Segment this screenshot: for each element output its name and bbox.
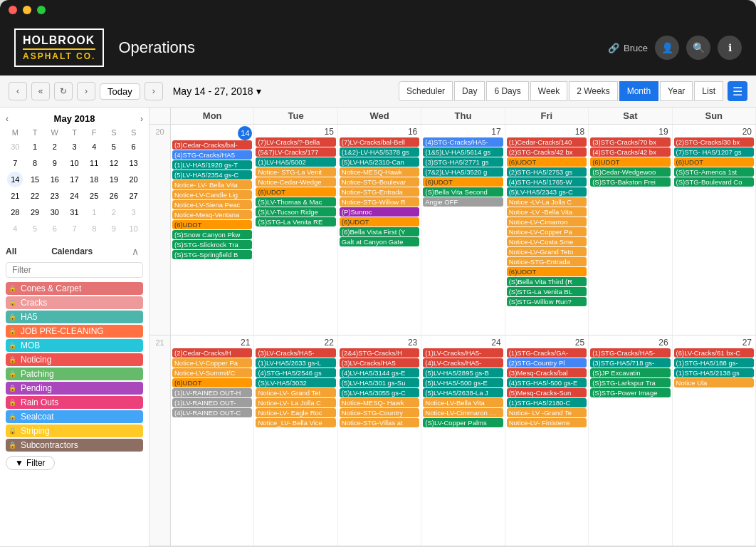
calendar-event[interactable]: (1)LV-RAINED OUT-H <box>172 388 252 397</box>
calendar-event[interactable]: (1)STG-HA5/2138 gs <box>674 368 754 377</box>
calendar-event[interactable]: (3)Cedar-Cracks/bal- <box>172 140 252 150</box>
calendar-event[interactable]: Notice-Cedar-Wedge <box>256 177 335 187</box>
mini-cal-day[interactable]: 18 <box>86 172 102 187</box>
mini-cal-day[interactable]: 15 <box>27 172 43 187</box>
calendar-event[interactable]: (2)Cedar-Cracks/H <box>172 348 252 358</box>
calendar-day-cell[interactable]: 18(1)Cedar-Cracks/140(2)STG-Cracks/42 bx… <box>505 125 589 335</box>
calendar-event[interactable]: (S)STG-Bakston Frei <box>590 177 670 187</box>
mini-cal-day[interactable]: 27 <box>126 188 142 204</box>
calendar-item-ha5[interactable]: 🔒HA5 <box>6 311 143 323</box>
mini-cal-day[interactable]: 30 <box>7 139 23 155</box>
calendar-event[interactable]: (1&2)-LV-HA5/5378 gs <box>340 147 419 157</box>
calendar-event[interactable]: Notice-STG-Entrada <box>507 257 587 266</box>
calendar-event[interactable]: (S)STG-Power Image <box>590 388 670 397</box>
calendar-event[interactable]: Notice-LV-Summit/C <box>172 368 252 377</box>
calendar-day-cell[interactable]: 16(7)LV-Cracks/bal-Bell(1&2)-LV-HA5/5378… <box>338 125 421 335</box>
calendar-event[interactable]: (3)Mesq-Cracks/bal <box>507 368 587 377</box>
mini-cal-day[interactable]: 14 <box>7 172 23 187</box>
calendar-event[interactable]: (2)STG-Cracks/30 bx <box>674 137 754 147</box>
calendar-event[interactable]: (5&7)LV-Cracks/177 <box>256 147 335 157</box>
mini-cal-day[interactable]: 2 <box>106 204 122 220</box>
mini-cal-day[interactable]: 9 <box>106 221 122 236</box>
calendar-event[interactable]: (2)STG-HA5/2753 gs <box>507 167 587 177</box>
calendar-event[interactable]: (7)LV-Cracks/bal-Bell <box>340 137 419 147</box>
mini-cal-day[interactable]: 6 <box>126 139 142 155</box>
calendar-day-cell[interactable]: 26(1)STG-Cracks/HA5-(3)STG-HA5/718 gs-(S… <box>589 335 672 546</box>
filter-btn[interactable]: ▼ Filter <box>6 456 55 470</box>
calendar-event[interactable]: (5)LV-HA5/301 gs-Su <box>340 378 419 387</box>
calendar-event[interactable]: (4)LV-RAINED OUT-C <box>172 408 252 417</box>
mini-cal-day[interactable]: 17 <box>66 172 82 187</box>
calendar-event[interactable]: (5)LV-HA5/2638-La J <box>423 388 503 397</box>
calendar-item-patching[interactable]: 🔒Patching <box>6 368 143 380</box>
mini-cal-day[interactable]: 16 <box>47 172 63 187</box>
calendar-event[interactable]: (4)STG-Cracks/42 bx <box>590 147 670 157</box>
calendar-event[interactable]: Notice-LV- Grand Tet <box>256 388 335 397</box>
calendar-event[interactable]: (1)STG-Cracks/HA5- <box>590 348 670 358</box>
mini-cal-day[interactable]: 22 <box>27 188 43 204</box>
mini-cal-day[interactable]: 30 <box>47 204 63 220</box>
calendar-event[interactable]: (S)STG-Larkspur Tra <box>590 378 670 387</box>
mini-cal-day[interactable]: 2 <box>47 139 63 155</box>
calendar-event[interactable]: (1)LV-HA5/2633 gs-L <box>256 358 335 368</box>
calendar-event[interactable]: Notice-LV-Cimarron <box>507 217 587 226</box>
calendar-event[interactable]: (1)LV-RAINED OUT- <box>172 398 252 407</box>
mini-cal-day[interactable]: 8 <box>27 155 43 171</box>
mini-cal-day[interactable]: 10 <box>66 155 82 171</box>
user-avatar-btn[interactable]: 👤 <box>655 36 679 60</box>
calendar-day-cell[interactable]: 17(4)STG-Cracks/HA5-(1&5)LV-HA5/5614 gs(… <box>421 125 505 335</box>
next-period-btn[interactable]: › <box>145 82 163 100</box>
calendar-event[interactable]: (S)STG-Willow Run? <box>507 297 587 306</box>
calendar-event[interactable]: (4)STG-HA5/-500 gs-E <box>507 378 587 387</box>
calendar-day-cell[interactable]: 23(2&4)STG-Cracks/H(3)LV-Cracks/HA5(4)LV… <box>338 335 421 546</box>
mini-cal-day[interactable]: 11 <box>86 155 102 171</box>
calendar-event[interactable]: (6)UDOT <box>674 157 754 167</box>
calendar-day-cell[interactable]: 19(3)STG-Cracks/70 bx(4)STG-Cracks/42 bx… <box>589 125 672 335</box>
calendar-item-sealcoat[interactable]: 🔒Sealcoat <box>6 410 143 423</box>
calendar-event[interactable]: (S)STG-La Venita BL <box>507 287 587 296</box>
mini-cal-day[interactable]: 3 <box>66 139 82 155</box>
calendar-event[interactable]: Notice- LV -Grand Te <box>507 408 587 417</box>
calendar-event[interactable]: (7)LV-Cracks/?-Bella <box>256 137 335 147</box>
calendar-event[interactable]: Notice-LV-Candle Lig <box>172 190 252 199</box>
calendar-event[interactable]: (6)UDOT <box>172 378 252 387</box>
calendar-event[interactable]: (5)LV-HA5/3055 gs-C <box>340 388 419 397</box>
mini-cal-day[interactable]: 6 <box>47 221 63 236</box>
calendar-event[interactable]: Notice -LV -Bella Vita <box>507 207 587 217</box>
calendar-item-cracks[interactable]: 🔒Cracks <box>6 296 143 309</box>
calendar-event[interactable]: (5)LV-HA5/2310-Can <box>340 157 419 167</box>
mini-cal-day[interactable]: 3 <box>126 204 142 220</box>
calendar-event[interactable]: (S)LV-Tucson Ridge <box>256 207 335 217</box>
calendar-event[interactable]: (6)UDOT <box>590 157 670 167</box>
calendar-event[interactable]: (1)LV-HA5/5002 <box>256 157 335 167</box>
calendar-event[interactable]: (1)STG-HA5/2180-C <box>507 398 587 407</box>
calendar-event[interactable]: (2)STG-Cracks/42 bx <box>507 147 587 157</box>
calendar-event[interactable]: (S)STG-America 1st <box>674 167 754 177</box>
prev-period-btn[interactable]: ‹ <box>9 82 27 100</box>
mini-cal-day[interactable]: 29 <box>27 204 43 220</box>
calendar-day-cell[interactable]: 22(3)LV-Cracks/HA5-(1)LV-HA5/2633 gs-L(4… <box>254 335 337 546</box>
calendar-event[interactable]: (1)STG-HA5/188 gs- <box>674 358 754 368</box>
calendar-event[interactable]: (S)STG-Slickrock Tra <box>172 240 252 249</box>
calendar-event[interactable]: (P)Sunroc <box>340 207 419 217</box>
calendar-event[interactable]: (S)STG-La Venita RE <box>256 217 335 226</box>
calendar-event[interactable]: Notice-LV-Bella Vita <box>423 398 503 407</box>
fast-next-btn-left[interactable]: › <box>77 82 95 100</box>
calendar-event[interactable]: Notice-MESQ- Hawk <box>340 398 419 407</box>
calendar-event[interactable]: (7&2)LV-HA5/3520 g <box>423 167 503 177</box>
calendar-event[interactable]: (S)STG-Springfield B <box>172 250 252 259</box>
calendar-event[interactable]: (6)UDOT <box>507 267 587 276</box>
calendar-event[interactable]: (4)LV-Cracks/HA5- <box>423 358 503 368</box>
calendar-item-noticing[interactable]: 🔒Noticing <box>6 353 143 366</box>
calendar-item-striping[interactable]: 🔒Striping <box>6 424 143 437</box>
calendar-event[interactable]: (3)STG-HA5/2771 gs <box>423 157 503 167</box>
calendar-event[interactable]: Notice-LV-Cimmaron Wes <box>423 408 503 417</box>
calendar-event[interactable]: (4)STG-HA5/2546 gs <box>256 368 335 377</box>
view-week-btn[interactable]: Week <box>530 81 567 101</box>
view-list-btn[interactable]: List <box>694 81 723 101</box>
calendars-toggle-btn[interactable]: ∧ <box>127 244 143 259</box>
calendar-event[interactable]: (7)STG- HA5/1207 gs <box>674 147 754 157</box>
calendar-event[interactable]: (1)LV-Cracks/HA5- <box>423 348 503 358</box>
calendar-event[interactable]: (4)STG-Cracks/HA5- <box>423 137 503 147</box>
calendar-day-cell[interactable]: 25(1)STG-Cracks/GA-(2)STG-Country Pl(3)M… <box>505 335 589 546</box>
